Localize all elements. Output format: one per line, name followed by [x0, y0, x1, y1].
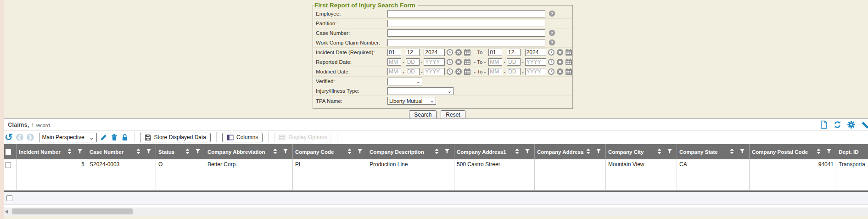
help-icon[interactable]: ?	[549, 29, 556, 37]
injury-type-select[interactable]: ⌄	[387, 87, 454, 95]
modified-date-to-yyyy[interactable]	[525, 68, 546, 75]
tpa-name-select[interactable]: Liberty Mutual⌄	[387, 97, 436, 105]
cell-status[interactable]: O	[156, 159, 205, 191]
perspective-select[interactable]: Main Perspective ⌄	[39, 133, 97, 142]
table-row[interactable]: 5S2024-0003OBetter Corp.PLProduction Lin…	[0, 159, 868, 191]
clock-icon[interactable]	[548, 68, 555, 75]
header-cell-status[interactable]: Status	[156, 144, 205, 159]
next-button[interactable]: ❯	[27, 134, 34, 141]
sort-icon[interactable]	[515, 148, 522, 156]
sort-icon[interactable]	[273, 148, 280, 156]
calendar-icon[interactable]	[464, 58, 471, 66]
header-cell-dept-id[interactable]: Dept. ID	[836, 144, 868, 159]
header-cell-incident-number[interactable]: Incident Number	[17, 144, 87, 159]
calendar-icon[interactable]	[565, 49, 572, 56]
verified-select[interactable]: ⌄	[387, 78, 422, 85]
header-cell-company-state[interactable]: Company State	[677, 144, 750, 159]
clear-icon[interactable]	[455, 68, 462, 75]
cell-dept-id[interactable]: Transporta	[836, 159, 868, 191]
clock-icon[interactable]	[548, 49, 555, 56]
header-cell-case-number[interactable]: Case Number	[87, 144, 156, 159]
cell-case-number[interactable]: S2024-0003	[87, 159, 156, 191]
sort-icon[interactable]	[657, 148, 665, 156]
sort-icon[interactable]	[586, 148, 594, 156]
sort-icon[interactable]	[347, 148, 355, 156]
modified-date-to-dd[interactable]	[507, 68, 521, 75]
header-cell-company-description[interactable]: Company Description	[367, 144, 454, 159]
reported-date-from-dd[interactable]	[406, 58, 420, 66]
sort-icon[interactable]	[435, 148, 442, 156]
incident-date-from-yyyy[interactable]	[424, 49, 445, 56]
clock-icon[interactable]	[548, 58, 555, 66]
search-button[interactable]: Search	[409, 110, 437, 119]
edit-pencil-icon[interactable]	[100, 134, 107, 141]
refresh-icon[interactable]	[834, 121, 841, 129]
header-cell-company-code[interactable]: Company Code	[293, 144, 367, 159]
sort-icon[interactable]	[185, 148, 193, 156]
reported-date-from-yyyy[interactable]	[424, 58, 445, 66]
calendar-icon[interactable]	[565, 58, 572, 66]
reset-button[interactable]: Reset	[441, 110, 465, 119]
header-cell-company-city[interactable]: Company City	[606, 144, 677, 159]
header-cell-company-postal-code[interactable]: Company Postal Code	[750, 144, 836, 159]
incident-date-from-dd[interactable]	[406, 49, 420, 56]
cell-company-city[interactable]: Mountain View	[606, 159, 677, 191]
incident-date-to-yyyy[interactable]	[525, 49, 546, 56]
calendar-icon[interactable]	[565, 68, 572, 75]
header-cell-company-abbreviation[interactable]: Company Abbreviation	[205, 144, 293, 159]
filter-icon[interactable]	[146, 148, 153, 156]
reported-date-from-mm[interactable]	[387, 58, 401, 66]
filter-icon[interactable]	[77, 148, 84, 156]
scroll-left-arrow[interactable]	[5, 209, 8, 214]
footer-row-checkbox[interactable]	[6, 195, 12, 201]
reported-date-to-dd[interactable]	[507, 58, 521, 66]
header-cell-company-address1[interactable]: Company Address1	[454, 144, 535, 159]
clear-icon[interactable]	[556, 68, 564, 75]
filter-icon[interactable]	[357, 148, 364, 156]
filter-icon[interactable]	[525, 148, 532, 156]
work-comp-input[interactable]	[387, 39, 545, 46]
partition-input[interactable]	[387, 20, 545, 27]
cell-company-description[interactable]: Production Line	[367, 159, 454, 191]
trash-icon[interactable]	[111, 134, 118, 141]
clock-icon[interactable]	[446, 68, 454, 75]
calendar-icon[interactable]	[464, 49, 471, 56]
filter-icon[interactable]	[283, 148, 290, 156]
filter-icon[interactable]	[667, 148, 674, 156]
calendar-icon[interactable]	[464, 68, 471, 75]
gear-icon[interactable]	[847, 121, 855, 129]
new-page-icon[interactable]	[820, 120, 828, 129]
horizontal-scrollbar[interactable]	[0, 208, 868, 216]
clear-icon[interactable]	[556, 49, 564, 56]
incident-date-from-mm[interactable]	[387, 49, 401, 56]
row-checkbox[interactable]	[5, 162, 11, 168]
sort-icon[interactable]	[67, 148, 75, 156]
cell-company-state[interactable]: CA	[677, 159, 750, 191]
filter-icon[interactable]	[739, 148, 747, 156]
employee-input[interactable]	[387, 10, 545, 17]
reported-date-to-yyyy[interactable]	[525, 58, 546, 66]
columns-button[interactable]: Columns	[222, 133, 263, 142]
modified-date-from-yyyy[interactable]	[424, 68, 445, 75]
undo-icon[interactable]: ↺	[5, 133, 13, 142]
modified-date-to-mm[interactable]	[488, 68, 502, 75]
filter-icon[interactable]	[826, 148, 834, 156]
header-cell-company-address2[interactable]: Company Address2	[535, 144, 606, 159]
sort-icon[interactable]	[136, 148, 144, 156]
wrench-icon[interactable]	[861, 121, 868, 129]
cell-company-postal-code[interactable]: 94041	[750, 159, 836, 191]
clock-icon[interactable]	[446, 58, 454, 66]
prev-button[interactable]: ❮	[16, 134, 23, 141]
modified-date-from-dd[interactable]	[406, 68, 420, 75]
cell-company-abbreviation[interactable]: Better Corp.	[205, 159, 293, 191]
cell-company-address1[interactable]: 500 Castro Street	[454, 159, 535, 191]
lock-icon[interactable]	[121, 134, 129, 141]
cell-company-address2[interactable]	[535, 159, 606, 191]
cell-company-code[interactable]: PL	[293, 159, 367, 191]
modified-date-from-mm[interactable]	[387, 68, 401, 75]
store-displayed-data-button[interactable]: Store Displayed Data	[140, 133, 211, 142]
help-icon[interactable]: ?	[549, 39, 556, 46]
filter-icon[interactable]	[195, 148, 202, 156]
clear-icon[interactable]	[455, 49, 462, 56]
clear-icon[interactable]	[455, 58, 462, 66]
